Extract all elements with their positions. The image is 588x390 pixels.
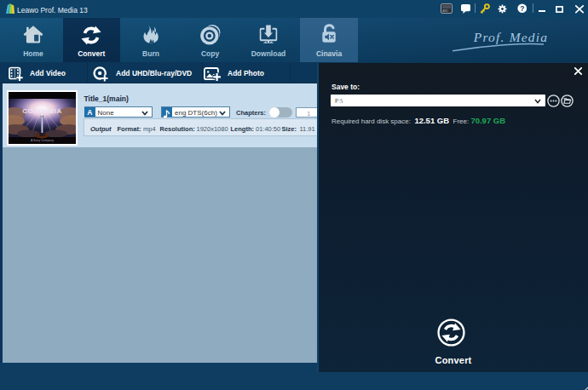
svg-text:AMD: AMD <box>442 9 449 12</box>
svg-text:Prof. Media: Prof. Media <box>473 30 549 44</box>
svg-text:?: ? <box>520 4 524 13</box>
svg-text:COLUMBIA: COLUMBIA <box>22 107 61 115</box>
svg-text:A Sony Company: A Sony Company <box>30 139 53 142</box>
